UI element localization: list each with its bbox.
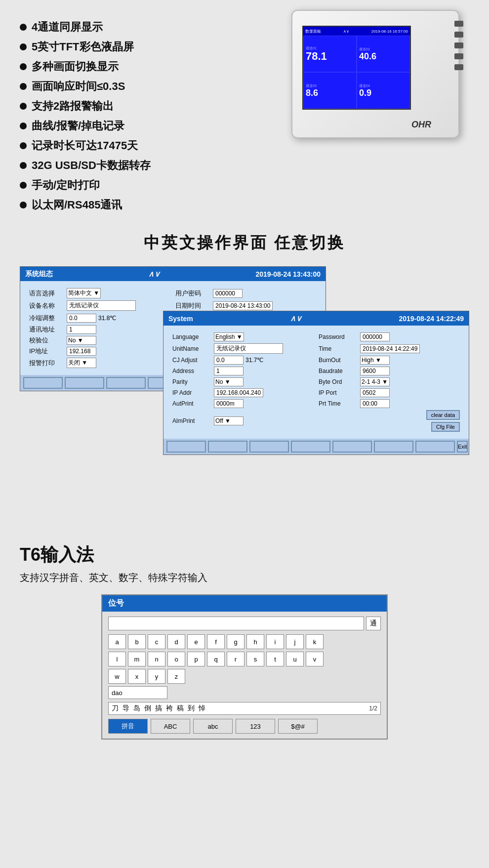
device-body: 数显面板 ∧∨ 2019-08-16 16:57:00 通道01 78.1 通道… <box>291 10 459 138</box>
feature-item: 支持2路报警输出 <box>20 99 291 114</box>
t6-main-input[interactable] <box>108 617 364 630</box>
kb-key-x[interactable]: x <box>128 669 146 684</box>
kb-key-o[interactable]: o <box>167 652 185 666</box>
exit-button[interactable]: Exit <box>457 441 468 453</box>
en-row-prttime: Prt Time 00:00 <box>319 399 460 408</box>
kb-key-s[interactable]: s <box>246 652 264 666</box>
kb-key-h[interactable]: h <box>246 634 264 649</box>
en-btn-1[interactable] <box>166 441 206 453</box>
kb-key-l[interactable]: l <box>108 652 126 666</box>
t6-section: T6输入法 支持汉字拼音、英文、数字、特殊字符输入 位号 通 abcdefghi… <box>20 543 469 740</box>
t6-input-row: 通 <box>108 617 381 630</box>
kb-key-q[interactable]: q <box>207 652 225 666</box>
screen-cell-3: 通道03 8.6 <box>303 72 357 109</box>
en-config-window: System ∧∨ 2019-08-24 14:22:49 Language E… <box>163 311 469 455</box>
port-1 <box>454 21 463 27</box>
feature-item: 5英寸TFT彩色液晶屏 <box>20 40 291 54</box>
ime-btn-ABC[interactable]: ABC <box>151 719 190 734</box>
cn-row-addr: 通讯地址 1 <box>29 325 170 334</box>
kb-key-f[interactable]: f <box>207 634 225 649</box>
en-titlebar: System ∧∨ 2019-08-24 14:22:49 <box>163 311 469 326</box>
ime-btn-拼音[interactable]: 拼音 <box>108 719 148 734</box>
kb-key-b[interactable]: b <box>128 634 146 649</box>
kb-key-u[interactable]: u <box>286 652 304 666</box>
kb-key-w[interactable]: w <box>108 669 126 684</box>
t6-titlebar: 位号 <box>102 595 387 612</box>
bullet-icon <box>20 43 27 50</box>
kb-key-m[interactable]: m <box>128 652 146 666</box>
en-btn-4[interactable] <box>291 441 330 453</box>
en-btn-6[interactable] <box>374 441 413 453</box>
cn-win-datetime: 2019-08-24 13:43:00 <box>255 270 321 278</box>
kb-row-1: abcdefghijk <box>108 634 381 649</box>
port-3 <box>454 42 463 48</box>
kb-key-z[interactable]: z <box>167 669 185 684</box>
candidate-char[interactable]: 搞 <box>155 704 162 713</box>
cn-row-almprint: 报警打印 关闭 ▼ <box>29 358 170 368</box>
en-btn-5[interactable] <box>332 441 372 453</box>
cn-btn-2[interactable] <box>65 377 104 389</box>
ime-btn-$@#[interactable]: $@# <box>278 719 318 734</box>
kb-key-r[interactable]: r <box>227 652 244 666</box>
candidates-row: 刀导岛倒搞袴稿到悼1/2 <box>108 702 381 715</box>
kb-key-c[interactable]: c <box>148 634 165 649</box>
kb-key-g[interactable]: g <box>227 634 244 649</box>
cfg-file-button[interactable]: Cfg File <box>431 422 460 432</box>
clear-data-button[interactable]: clear data <box>426 410 460 420</box>
feature-item: 记录时长可达17475天 <box>20 138 291 153</box>
feature-item: 多种画面切换显示 <box>20 59 291 74</box>
en-action-btns: clear data Cfg File <box>319 410 460 432</box>
screen-datetime: 2019-08-16 16:57:00 <box>371 29 408 34</box>
candidate-char[interactable]: 导 <box>122 704 129 713</box>
cn-titlebar: 系统组态 ∧∨ 2019-08-24 13:43:00 <box>20 267 326 281</box>
cn-row-lang: 语言选择 简体中文 ▼ <box>29 288 170 298</box>
bullet-icon <box>20 182 27 189</box>
ime-btn-abc[interactable]: abc <box>193 719 233 734</box>
pinyin-input[interactable] <box>108 686 167 699</box>
t6-char-display: 通 <box>366 617 381 630</box>
candidate-char[interactable]: 袴 <box>166 704 173 713</box>
candidate-char[interactable]: 倒 <box>144 704 151 713</box>
t6-subtitle: 支持汉字拼音、英文、数字、特殊字符输入 <box>20 571 469 584</box>
candidate-char[interactable]: 岛 <box>133 704 140 713</box>
candidate-char[interactable]: 悼 <box>199 704 205 713</box>
kb-key-i[interactable]: i <box>266 634 284 649</box>
kb-key-y[interactable]: y <box>148 669 165 684</box>
en-row-burnout: BurnOut High ▼ <box>319 356 460 365</box>
pinyin-input-row <box>108 686 381 699</box>
candidates-page: 1/2 <box>369 705 377 712</box>
cn-btn-3[interactable] <box>106 377 146 389</box>
feature-item: 以太网/RS485通讯 <box>20 198 291 212</box>
en-win-datetime: 2019-08-24 14:22:49 <box>399 315 464 323</box>
kb-key-e[interactable]: e <box>187 634 205 649</box>
ime-btn-123[interactable]: 123 <box>236 719 275 734</box>
kb-key-j[interactable]: j <box>286 634 304 649</box>
cn-btn-1[interactable] <box>23 377 63 389</box>
candidate-char[interactable]: 到 <box>188 704 195 713</box>
en-btn-7[interactable] <box>415 441 455 453</box>
config-section: 系统组态 ∧∨ 2019-08-24 13:43:00 语言选择 简体中文 ▼ … <box>20 266 469 523</box>
kb-key-t[interactable]: t <box>266 652 284 666</box>
cn-row-time: 日期时间 2019-08-24 13:43:00 <box>175 300 317 311</box>
port-2 <box>454 32 463 38</box>
config-wrapper: 系统组态 ∧∨ 2019-08-24 13:43:00 语言选择 简体中文 ▼ … <box>20 266 469 523</box>
screen-cell-1: 通道01 78.1 <box>303 36 357 72</box>
kb-key-k[interactable]: k <box>306 634 324 649</box>
candidate-char[interactable]: 稿 <box>177 704 184 713</box>
cn-row-pwd: 用户密码 000000 <box>175 288 317 298</box>
en-win-footer: Exit <box>163 439 469 455</box>
kb-key-d[interactable]: d <box>167 634 185 649</box>
en-btn-3[interactable] <box>249 441 289 453</box>
en-row-lang: Language English ▼ <box>172 332 314 341</box>
candidate-char[interactable]: 刀 <box>112 704 119 713</box>
kb-key-n[interactable]: n <box>148 652 165 666</box>
cn-win-title: 系统组态 <box>25 270 53 279</box>
features-list: 4通道同屏显示5英寸TFT彩色液晶屏多种画面切换显示画面响应时间≤0.3S支持2… <box>20 15 291 217</box>
kb-key-v[interactable]: v <box>306 652 324 666</box>
ch1-value: 78.1 <box>306 51 354 62</box>
en-btn-2[interactable] <box>208 441 247 453</box>
kb-key-p[interactable]: p <box>187 652 205 666</box>
cn-row-ip: IP地址 192.168 <box>29 347 170 356</box>
kb-key-a[interactable]: a <box>108 634 126 649</box>
en-row-addr: Address 1 <box>172 367 314 375</box>
